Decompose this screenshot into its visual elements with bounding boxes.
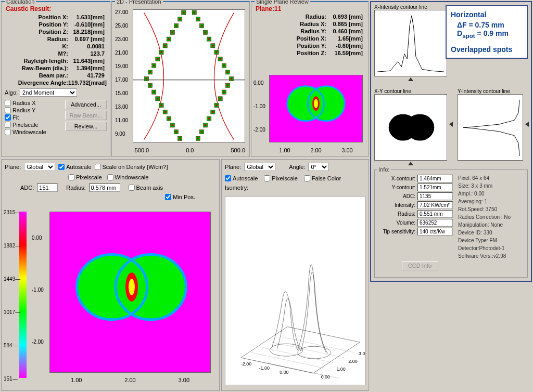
bl-chk-scale-density[interactable]: Scale on Density [W/cm?] <box>95 164 168 170</box>
bl-adc-value[interactable] <box>37 184 58 192</box>
bl-radius-value[interactable] <box>89 184 120 192</box>
ccd-info-button[interactable]: CCD Info <box>402 261 438 270</box>
p2d-ytick: 21.00 <box>115 50 128 56</box>
svg-rect-10 <box>175 25 177 27</box>
cb-label: 2315— <box>4 210 20 215</box>
calc-value: 11.643[mm] <box>68 58 105 64</box>
iso-angle-select[interactable]: 0° <box>308 163 329 171</box>
p2d-ytick: 9.00 <box>115 131 125 137</box>
bl-chk-pixelscale[interactable]: Pixelscale <box>68 174 102 180</box>
iso-chk-false-color[interactable]: False Color <box>304 175 341 181</box>
rawbeam-button[interactable]: Raw Beam... <box>65 111 107 120</box>
p2d-xtick: -500.0 <box>133 147 149 153</box>
annotation-line2: ΔF = 0.75 mm <box>457 21 523 29</box>
svg-rect-50 <box>153 92 155 93</box>
info-value[interactable] <box>417 201 453 209</box>
svg-point-87 <box>314 99 318 108</box>
calc-value: 41.729 <box>68 72 105 79</box>
info-meta-line: Radius Correction : No <box>458 213 527 221</box>
calc-value: 18.218[mm] <box>68 29 105 35</box>
calc-label: Position Y: <box>7 21 68 28</box>
info-value[interactable] <box>417 175 453 182</box>
advanced-button[interactable]: Advanced... <box>65 100 107 109</box>
sp-label: Radius: <box>257 14 326 20</box>
svg-rect-26 <box>160 51 162 53</box>
svg-text:-1.00: -1.00 <box>259 365 270 371</box>
svg-rect-80 <box>197 138 199 139</box>
bl-chk-autoscale[interactable]: Autoscale <box>58 164 91 170</box>
bl-ytick: 0.00 <box>32 235 42 241</box>
p2d-xtick: 0.0 <box>186 147 194 153</box>
sp-value: 0.865 [mm] <box>326 21 363 27</box>
info-value[interactable] <box>417 184 453 191</box>
svg-text:-2.00: -2.00 <box>241 361 251 367</box>
bl-plane-select[interactable]: Global <box>24 163 55 171</box>
svg-rect-42 <box>146 78 147 80</box>
review-button[interactable]: Review... <box>65 122 107 131</box>
iso-chk-pixelscale[interactable]: Pixelscale <box>264 175 298 181</box>
info-value[interactable] <box>417 228 453 236</box>
svg-rect-16 <box>205 32 206 33</box>
info-label: Intensity: <box>377 202 415 208</box>
sp-value: 0.460 [mm] <box>326 28 363 34</box>
xy-vslider-icon[interactable] <box>449 122 453 127</box>
p2d-xtick: 500.0 <box>231 147 245 153</box>
info-meta-line: Device ID: 330 <box>458 229 527 237</box>
chk-pixelscale[interactable]: Pixelscale <box>5 122 65 128</box>
p2d-ytick: 15.00 <box>115 90 128 96</box>
cb-label: 1449— <box>4 276 20 282</box>
cb-label: 584— <box>4 343 18 348</box>
annotation-line3: Dspot = 0.9 mm <box>457 29 523 39</box>
svg-rect-40 <box>227 71 229 73</box>
calc-label: Rayleigh length: <box>7 58 68 64</box>
svg-rect-32 <box>220 58 221 60</box>
sp-xtick: 3.00 <box>341 147 352 153</box>
info-value[interactable] <box>417 219 453 227</box>
svg-rect-68 <box>208 118 210 120</box>
svg-rect-4 <box>194 12 195 14</box>
iso-plane-label: Plane: <box>225 164 241 170</box>
spot-svg <box>270 75 362 142</box>
info-meta-line: Size: 3 x 3 mm <box>458 182 527 190</box>
p2d-ytick: 27.00 <box>115 9 128 15</box>
xy-hslider-icon[interactable] <box>408 162 413 165</box>
annotation-box: Horizontal ΔF = 0.75 mm Dspot = 0.9 mm O… <box>446 5 528 59</box>
info-meta-line: Ampl.: 0.00 <box>458 190 527 198</box>
svg-rect-24 <box>212 45 213 46</box>
info-meta-line: Manipulation: None <box>458 221 527 229</box>
chk-windowscale[interactable]: Windowscale <box>5 129 65 135</box>
info-label: Tip sensitivity: <box>377 229 415 234</box>
calc-value: 1.394[mm] <box>68 65 105 71</box>
calc-label: Radius: <box>7 36 68 42</box>
iso-chk-autoscale[interactable]: Autoscale <box>225 175 258 181</box>
svg-rect-58 <box>160 104 162 106</box>
svg-rect-34 <box>153 65 155 67</box>
bl-chk-beam-axis[interactable]: Beam axis <box>129 185 163 191</box>
bl-chk-windowscale[interactable]: Windowscale <box>107 174 149 180</box>
svg-rect-28 <box>215 51 217 53</box>
bl-chk-min-pos[interactable]: Min Pos. <box>165 194 195 200</box>
chk-radiusy[interactable]: Radius Y <box>5 107 65 113</box>
isometry-panel: Plane: Global Angle: 0° Autoscale Pixels… <box>221 159 369 391</box>
chk-fit[interactable]: Fit <box>5 114 65 121</box>
p2d-ytick: 23.00 <box>115 36 128 42</box>
iso-plane-select[interactable]: Global <box>244 163 275 171</box>
calc-value: 0.697 [mm] <box>68 36 105 42</box>
y-vslider-icon[interactable] <box>525 122 529 127</box>
info-value[interactable] <box>417 192 453 200</box>
xy-contour-plot <box>374 94 447 161</box>
x-slider-icon[interactable] <box>408 77 413 81</box>
bottom-left-panel: Plane: Global Autoscale Scale on Density… <box>1 159 220 391</box>
presentation2d-panel: 2D - Presentation -500.00.0500.0 27.0025… <box>111 1 250 157</box>
y-intensity-plot <box>458 94 523 161</box>
calc-label: K: <box>7 43 68 49</box>
single-plane-title: Single Plane Review <box>255 0 310 5</box>
chk-radiusx[interactable]: Radius X <box>5 100 65 106</box>
info-value[interactable] <box>417 210 453 218</box>
algo-label: Algo: <box>5 89 18 96</box>
algo-select[interactable]: 2nd Moment <box>20 88 77 97</box>
sp-ytick: 0.00 <box>253 80 263 86</box>
iso-angle-label: Angle: <box>289 164 305 170</box>
isometry-title: Isometry: <box>222 182 369 193</box>
sp-value: -0.60[mm] <box>326 43 363 49</box>
